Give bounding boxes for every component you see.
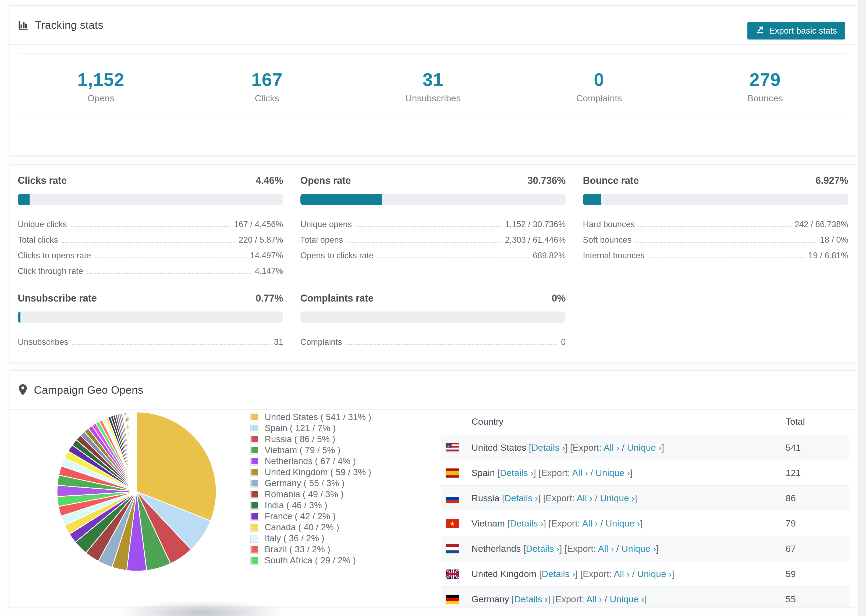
rate-value: 6.927% (816, 175, 848, 186)
export-all-link[interactable]: All › (572, 468, 588, 478)
legend-item-south-africa: South Africa ( 29 / 2% ) (250, 555, 371, 566)
rate-row-label: Opens to clicks rate (301, 251, 373, 261)
geo-opens-pie-chart[interactable] (52, 408, 221, 578)
legend-item-vietnam: Vietnam ( 79 / 5% ) (250, 445, 371, 456)
stats-row: 1,152Opens167Clicks31Unsubscribes0Compla… (18, 53, 848, 120)
geo-table-row-nl: Netherlands [Details ›] [Export: All › /… (441, 536, 849, 561)
rate-rows: Hard bounces242 / 86.738%Soft bounces18 … (583, 214, 848, 261)
legend-swatch (250, 435, 259, 443)
legend-swatch (250, 490, 259, 498)
rate-row-label: Total opens (301, 235, 343, 245)
dotted-leader (62, 242, 235, 243)
bracket-text: [ (497, 468, 500, 478)
bracket-text: [ (523, 544, 526, 554)
stat-value: 0 (516, 71, 682, 89)
rate-progress-track (583, 194, 848, 205)
legend-swatch (250, 501, 259, 509)
vertical-scrollbar[interactable] (858, 0, 866, 616)
export-basic-stats-button[interactable]: Export basic stats (747, 22, 845, 39)
legend-item-france: France ( 42 / 2% ) (250, 511, 371, 522)
geo-title: Campaign Geo Opens (18, 384, 143, 396)
legend-label: Romania ( 49 / 3% ) (265, 489, 343, 499)
rate-row: Click through rate4.147% (18, 261, 283, 277)
bracket-text: [ (512, 594, 514, 604)
rate-rows: Unique opens1,152 / 30.736%Total opens2,… (301, 214, 566, 261)
country-name: Russia (471, 493, 502, 503)
legend-label: Russia ( 86 / 5% ) (265, 434, 335, 444)
details-link[interactable]: Details › (542, 569, 575, 579)
legend-swatch (250, 413, 259, 421)
rate-row-label: Clicks to opens rate (18, 251, 91, 261)
legend-item-united-states: United States ( 541 / 31% ) (250, 412, 371, 423)
tracking-stats-title: Tracking stats (18, 19, 103, 31)
export-all-link[interactable]: All › (582, 518, 598, 528)
rate-row-value: 18 / 0% (820, 235, 848, 245)
legend-label: France ( 42 / 2% ) (265, 511, 335, 522)
stat-box-unsubscribes: 31Unsubscribes (350, 54, 516, 119)
details-link[interactable]: Details › (514, 594, 548, 604)
flag-es-icon (446, 468, 459, 478)
export-unique-link[interactable]: Unique › (627, 442, 661, 453)
rate-title: Clicks rate (18, 175, 67, 186)
separator-text: / (598, 518, 605, 528)
rate-row-label: Unsubscribes (18, 337, 68, 347)
legend-swatch (250, 523, 259, 532)
export-all-link[interactable]: All › (586, 594, 602, 604)
rate-row-label: Internal bounces (583, 251, 644, 261)
details-link[interactable]: Details › (505, 493, 538, 503)
geo-country-cell: United Kingdom [Details ›] [Export: All … (471, 569, 674, 579)
export-unique-link[interactable]: Unique › (637, 569, 672, 579)
rate-block-complaints-rate: Complaints rate0%Complaints0 (301, 293, 566, 347)
rate-head: Clicks rate4.46% (18, 175, 283, 186)
separator-text: / (588, 468, 595, 478)
export-unique-link[interactable]: Unique › (600, 493, 635, 503)
export-all-link[interactable]: All › (603, 442, 619, 453)
flag-vn-icon (446, 519, 459, 528)
legend-item-spain: Spain ( 121 / 7% ) (250, 423, 371, 434)
geo-country-cell: Russia [Details ›] [Export: All › / Uniq… (471, 493, 637, 503)
details-link[interactable]: Details › (500, 468, 534, 478)
bracket-text: ] (656, 544, 658, 554)
country-name: Netherlands (471, 544, 523, 554)
export-all-link[interactable]: All › (598, 544, 614, 554)
legend-item-brazil: Brazil ( 33 / 2% ) (250, 544, 371, 555)
rate-row-label: Soft bounces (583, 235, 631, 245)
legend-swatch (250, 534, 259, 543)
rate-row-label: Click through rate (18, 266, 83, 277)
legend-label: Germany ( 55 / 3% ) (265, 478, 345, 488)
stat-value: 167 (184, 71, 350, 89)
legend-item-italy: Italy ( 36 / 2% ) (250, 533, 371, 544)
stat-value: 31 (350, 71, 516, 89)
geo-total-cell: 59 (786, 569, 849, 579)
rate-row: Unique clicks167 / 4.456% (18, 214, 283, 230)
bracket-text: ] (672, 569, 674, 579)
details-link[interactable]: Details › (526, 544, 559, 554)
rate-row-value: 220 / 5.87% (239, 235, 283, 245)
export-all-link[interactable]: All › (614, 569, 630, 579)
rate-block-opens-rate: Opens rate30.736%Unique opens1,152 / 30.… (301, 175, 566, 277)
page: Tracking stats Export basic stats 1,152O… (0, 0, 866, 616)
export-all-link[interactable]: All › (576, 493, 592, 503)
export-unique-link[interactable]: Unique › (621, 544, 656, 554)
rate-row: Total opens2,303 / 61.446% (301, 230, 566, 245)
details-link[interactable]: Details › (510, 518, 543, 528)
geo-header: Campaign Geo Opens (9, 371, 857, 410)
legend-item-canada: Canada ( 40 / 2% ) (250, 522, 371, 533)
bracket-text: ] (661, 442, 664, 453)
pie-slice-other[interactable] (136, 412, 137, 492)
rates-card: Clicks rate4.46%Unique clicks167 / 4.456… (9, 165, 857, 362)
tracking-stats-header: Tracking stats Export basic stats (9, 6, 857, 45)
stat-box-complaints: 0Complaints (516, 54, 682, 119)
export-unique-link[interactable]: Unique › (595, 468, 630, 478)
legend-label: Spain ( 121 / 7% ) (265, 423, 335, 433)
export-unique-link[interactable]: Unique › (605, 518, 640, 528)
legend-swatch (250, 479, 259, 487)
rate-row-label: Complaints (301, 337, 342, 347)
separator-text: / (602, 594, 610, 604)
legend-label: United States ( 541 / 31% ) (265, 412, 371, 422)
campaign-geo-opens-card: Campaign Geo Opens United States ( 541 /… (9, 370, 857, 607)
bracket-text: ] [Export: (538, 493, 577, 503)
details-link[interactable]: Details › (531, 442, 565, 453)
rate-row: Opens to clicks rate689.82% (301, 245, 566, 261)
export-unique-link[interactable]: Unique › (610, 594, 644, 604)
